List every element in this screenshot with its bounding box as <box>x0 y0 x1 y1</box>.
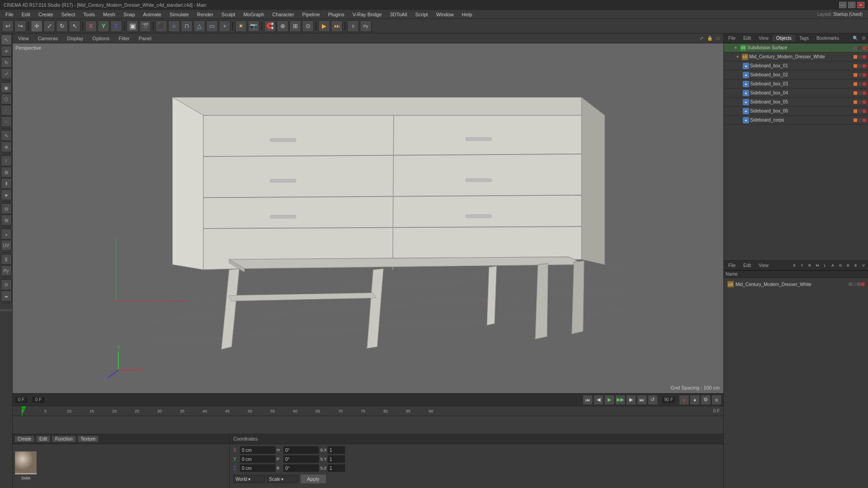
b01-color[interactable] <box>854 64 857 68</box>
corps-render[interactable] <box>858 118 862 122</box>
attr-ctrl-2[interactable] <box>853 282 856 286</box>
scene-item-box02[interactable]: ▲ Sideboard_box_02 <box>724 70 868 80</box>
lt-bevel[interactable]: ◈ <box>1 189 12 200</box>
menu-simulate[interactable]: Simulate <box>166 11 193 18</box>
maximize-button[interactable]: □ <box>848 2 855 8</box>
p-rot-field[interactable]: 0° <box>283 455 319 463</box>
menu-window[interactable]: Window <box>433 11 458 18</box>
coord-system-select[interactable]: World ▾ <box>233 475 265 483</box>
x-pos-field[interactable]: 0 cm <box>240 446 276 454</box>
scene-item-box05[interactable]: ▲ Sideboard_box_05 <box>724 98 868 107</box>
grid-btn[interactable]: ⊞ <box>289 20 301 32</box>
rotate-tool[interactable]: ↻ <box>56 20 68 32</box>
lt-cloner[interactable]: ⊞ <box>1 215 12 225</box>
redo-button[interactable]: ↪ <box>14 20 26 32</box>
sx-field[interactable]: 1 <box>327 446 345 454</box>
mat-create-btn[interactable]: Create <box>14 436 34 442</box>
b06-lock[interactable] <box>863 109 866 113</box>
b03-color[interactable] <box>854 82 857 86</box>
lt-bridge[interactable]: ⊞ <box>1 167 12 178</box>
b05-render[interactable] <box>858 100 862 104</box>
scene-item-box04[interactable]: ▲ Sideboard_box_04 <box>724 89 868 98</box>
sy-field[interactable]: 1 <box>327 455 345 463</box>
sphere-btn[interactable]: ○ <box>168 20 180 32</box>
vp-lock-icon[interactable]: 🔒 <box>706 35 713 42</box>
scale-tool[interactable]: ⤢ <box>43 20 55 32</box>
attr-ctrl-1[interactable] <box>849 282 852 286</box>
attr-main-item[interactable]: LO Mid_Century_Modern_Dresser_White <box>726 280 866 289</box>
b04-render[interactable] <box>858 91 862 95</box>
script2-btn[interactable]: Py <box>360 20 372 32</box>
lt-python[interactable]: Py <box>1 265 12 276</box>
record-btn[interactable]: ● <box>679 395 689 405</box>
close-button[interactable]: ✕ <box>857 2 864 8</box>
corps-color[interactable] <box>854 118 857 122</box>
vp-tab-view[interactable]: View <box>14 35 33 42</box>
select-tool[interactable]: ↖ <box>69 20 80 32</box>
subdiv-expand-icon[interactable]: ▼ <box>734 46 739 50</box>
scene-item-corps[interactable]: ▲ Sideboard_corps <box>724 116 868 125</box>
b02-color[interactable] <box>854 73 857 77</box>
rp-tab-file[interactable]: File <box>725 35 739 42</box>
scale-select[interactable]: Scale ▾ <box>267 475 298 483</box>
rp-tab-bookmarks[interactable]: Bookmarks <box>813 35 843 42</box>
fps-field[interactable]: 0 F <box>32 396 45 404</box>
b-rot-field[interactable]: 0° <box>283 464 319 472</box>
minimize-button[interactable]: — <box>839 2 846 8</box>
snap-btn[interactable]: ⊕ <box>277 20 288 32</box>
cone-btn[interactable]: △ <box>193 20 205 32</box>
h-rot-field[interactable]: 0° <box>283 446 319 454</box>
rp-tab-edit[interactable]: Edit <box>740 35 755 42</box>
play-all-button[interactable]: ▶▶ <box>615 395 625 405</box>
lt-poly[interactable]: ▣ <box>1 82 12 93</box>
vp-tab-cameras[interactable]: Cameras <box>34 35 62 42</box>
null-btn[interactable]: + <box>219 20 231 32</box>
undo-button[interactable]: ↩ <box>2 20 14 32</box>
attr-ctrl-4[interactable] <box>861 282 864 286</box>
z-axis[interactable]: Z <box>110 20 122 32</box>
next-frame-button[interactable]: ▶ <box>626 395 636 405</box>
b01-render[interactable] <box>858 64 862 68</box>
move-tool[interactable]: ✛ <box>31 20 42 32</box>
rp-tab-view[interactable]: View <box>755 35 772 42</box>
lt-mirror[interactable]: ⊟ <box>1 203 12 214</box>
vp-tab-panel[interactable]: Panel <box>135 35 155 42</box>
autokey-btn[interactable]: ♦ <box>690 395 700 405</box>
lt-move[interactable]: ✛ <box>1 46 12 56</box>
x-axis[interactable]: X <box>85 20 97 32</box>
attr-tab-view[interactable]: View <box>755 262 772 269</box>
plane-btn[interactable]: ▭ <box>206 20 218 32</box>
b04-color[interactable] <box>854 91 857 95</box>
lt-select[interactable]: ↖ <box>1 34 12 45</box>
camera-btn[interactable]: 📷 <box>248 20 259 32</box>
b06-color[interactable] <box>854 109 857 113</box>
lt-scale[interactable]: ⤢ <box>1 68 12 79</box>
lt-xpresso[interactable]: $ <box>1 254 12 265</box>
menu-edit[interactable]: Edit <box>18 11 34 18</box>
scene-item-box06[interactable]: ▲ Sideboard_box_06 <box>724 107 868 116</box>
rp-tab-objects[interactable]: Objects <box>773 35 795 42</box>
y-axis[interactable]: Y <box>98 20 109 32</box>
coord-btn[interactable]: ⊙ <box>302 20 314 32</box>
b03-lock[interactable] <box>863 82 866 86</box>
b02-render[interactable] <box>858 73 862 77</box>
lt-extrude[interactable]: ⬆ <box>1 178 12 189</box>
scene-item-box03[interactable]: ▲ Sideboard_box_03 <box>724 80 868 89</box>
attr-tab-edit[interactable]: Edit <box>740 262 755 269</box>
apply-button[interactable]: Apply <box>300 474 326 484</box>
loop-button[interactable]: ↺ <box>648 395 658 405</box>
mat-edit-btn[interactable]: Edit <box>36 436 50 442</box>
menu-animate[interactable]: Animate <box>140 11 165 18</box>
prev-frame-button[interactable]: ◀ <box>594 395 604 405</box>
b04-lock[interactable] <box>863 91 866 95</box>
vp-tab-display[interactable]: Display <box>63 35 87 42</box>
menu-help[interactable]: Help <box>458 11 476 18</box>
subdiv-vis-dot[interactable] <box>854 46 857 50</box>
sz-field[interactable]: 1 <box>327 464 345 472</box>
lt-rotate[interactable]: ↻ <box>1 57 12 68</box>
vp-tab-options[interactable]: Options <box>89 35 113 42</box>
menu-mesh[interactable]: Mesh <box>99 11 119 18</box>
lt-paint[interactable]: ✎ <box>1 130 12 141</box>
lt-texture[interactable]: ⬥ <box>1 229 12 239</box>
b05-color[interactable] <box>854 100 857 104</box>
